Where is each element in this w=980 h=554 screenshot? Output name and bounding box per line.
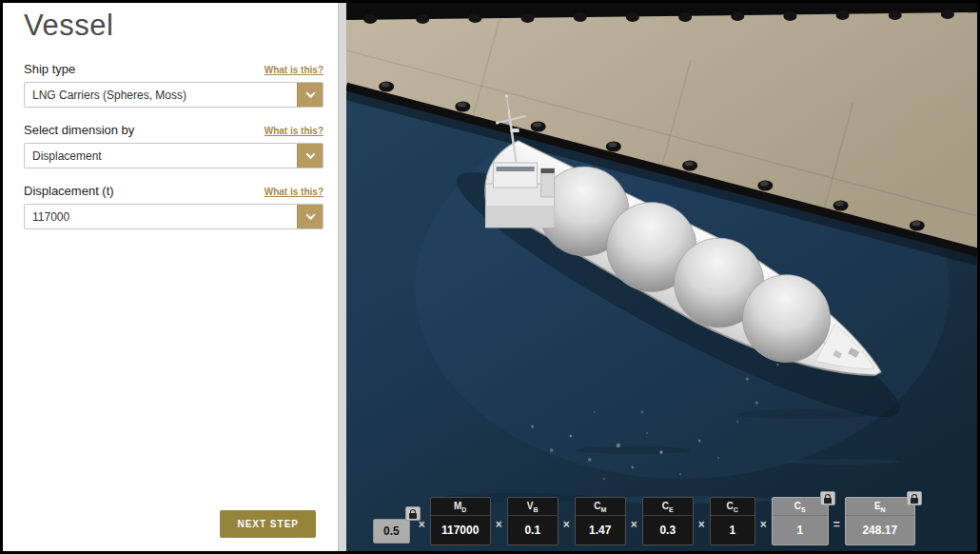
- lock-icon[interactable]: [820, 491, 835, 505]
- multiply-operator: ×: [760, 518, 767, 531]
- dimension-by-value: Displacement: [25, 144, 297, 168]
- cs-value: 1: [773, 516, 828, 544]
- ship-type-help-link[interactable]: What is this?: [265, 65, 323, 75]
- panel-divider: [338, 3, 346, 551]
- berthing-energy-formula: 0.5 × MD 117000 × VB 0.1 × CM 1.47 × CE: [373, 497, 915, 545]
- next-step-button[interactable]: NEXT STEP: [220, 510, 316, 538]
- bridge-deck: [493, 163, 537, 188]
- en-value: 248.17: [846, 516, 914, 544]
- lock-icon[interactable]: [405, 506, 421, 521]
- vessel-panel: Vessel Ship type What is this? LNG Carri…: [3, 3, 338, 551]
- bridge-windows: [496, 167, 534, 171]
- displacement-value: 117000: [25, 205, 297, 228]
- factor-box: 0.5: [373, 519, 410, 544]
- multiply-operator: ×: [698, 518, 705, 531]
- multiply-operator: ×: [563, 518, 570, 531]
- dimension-by-dropdown-button[interactable]: [297, 144, 323, 168]
- field-displacement: Displacement (t) What is this? 117000: [24, 184, 323, 229]
- displacement-help-link[interactable]: What is this?: [265, 187, 323, 197]
- dimension-by-help-link[interactable]: What is this?: [265, 126, 323, 136]
- ship-type-label: Ship type: [24, 62, 75, 76]
- dimension-by-select[interactable]: Displacement: [24, 143, 323, 168]
- radar: [511, 129, 519, 132]
- field-ship-type: Ship type What is this? LNG Carriers (Sp…: [24, 62, 323, 108]
- vb-value[interactable]: 0.1: [508, 516, 558, 544]
- term-velocity-vb: VB 0.1: [507, 497, 559, 545]
- displacement-select[interactable]: 117000: [24, 204, 323, 229]
- dimension-by-label: Select dimension by: [24, 123, 134, 137]
- md-value[interactable]: 117000: [431, 516, 490, 544]
- multiply-operator: ×: [631, 518, 637, 531]
- term-softness-coefficient-cs: CS 1: [772, 497, 829, 545]
- cc-value[interactable]: 1: [711, 516, 755, 544]
- harbor-viewport: 0.5 × MD 117000 × VB 0.1 × CM 1.47 × CE: [346, 3, 977, 551]
- multiply-operator: ×: [496, 518, 502, 531]
- ship-type-value: LNG Carriers (Spheres, Moss): [25, 83, 297, 107]
- term-configuration-coefficient-cc: CC 1: [710, 497, 755, 545]
- ce-value[interactable]: 0.3: [643, 516, 693, 544]
- term-displacement-md: MD 117000: [430, 497, 491, 545]
- page-title: Vessel: [24, 9, 323, 43]
- term-eccentricity-coefficient-ce: CE 0.3: [642, 497, 694, 545]
- displacement-dropdown-button[interactable]: [297, 205, 323, 228]
- term-mass-coefficient-cm: CM 1.47: [575, 497, 626, 545]
- harbor-scene-3d[interactable]: [346, 3, 977, 551]
- chevron-down-icon: [305, 210, 315, 220]
- vessel-configurator-window: Vessel Ship type What is this? LNG Carri…: [0, 0, 980, 554]
- term-berthing-energy-en: EN 248.17: [845, 497, 915, 545]
- lock-icon[interactable]: [907, 491, 922, 505]
- factor-wrap: 0.5: [373, 519, 410, 544]
- displacement-label: Displacement (t): [24, 184, 114, 198]
- chevron-down-icon: [305, 89, 315, 98]
- equals-operator: =: [833, 518, 840, 531]
- cm-value[interactable]: 1.47: [576, 516, 625, 544]
- ship-type-dropdown-button[interactable]: [297, 83, 323, 107]
- chevron-down-icon: [305, 149, 315, 159]
- ship-type-select[interactable]: LNG Carriers (Spheres, Moss): [24, 82, 323, 108]
- field-dimension-by: Select dimension by What is this? Displa…: [24, 123, 323, 168]
